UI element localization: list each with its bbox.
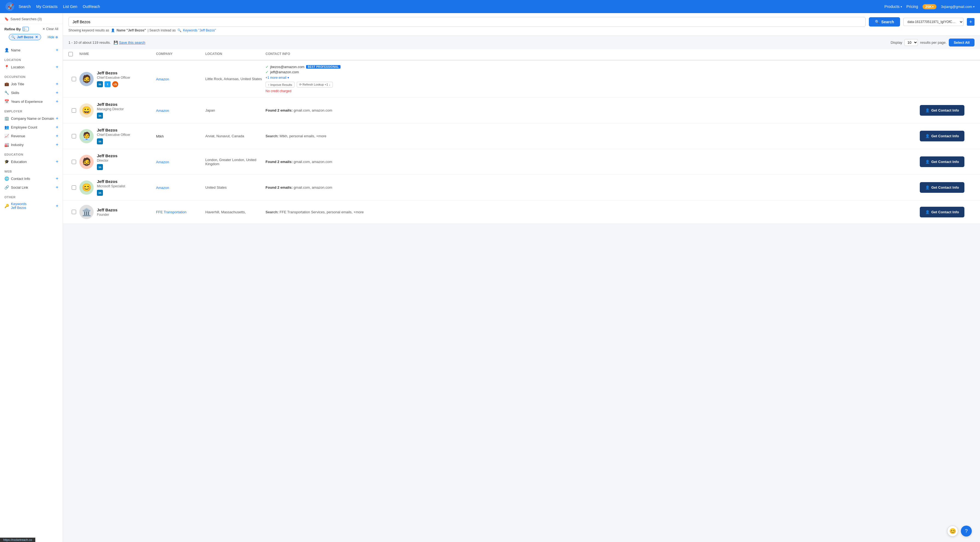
linkedin-icon[interactable]: in (97, 113, 103, 119)
person-cell: 😀 Jeff Bezos Managing Director in (80, 102, 156, 119)
select-all-button[interactable]: Select All (949, 38, 975, 46)
sidebar-item-social-link[interactable]: 🔗 Social Link + (0, 183, 63, 192)
add-years-exp-filter[interactable]: + (56, 99, 58, 104)
header-location: Location (205, 52, 266, 57)
status-bar: https://rocketreach.co (0, 537, 35, 542)
improve-results-button[interactable]: ↑ Improve Results (266, 82, 294, 87)
location-icon: 📍 (5, 65, 9, 69)
get-contact-info-button[interactable]: 👤 Get Contact Info (920, 157, 964, 167)
add-industry-filter[interactable]: + (56, 142, 58, 147)
contact-cell: Found 2 emails: gmail.com, amazon.com (266, 160, 920, 164)
clear-all-button[interactable]: ✕ Clear All (43, 27, 58, 31)
add-skills-filter[interactable]: + (56, 90, 58, 95)
svg-text:🚀: 🚀 (8, 3, 14, 10)
company-link[interactable]: Amazon (156, 160, 169, 164)
get-contact-info-button[interactable]: 👤 Get Contact Info (920, 105, 964, 116)
sidebar-item-name[interactable]: 👤 Name + (0, 46, 63, 54)
sidebar-item-contact-info[interactable]: 🌐 Contact Info + (0, 174, 63, 183)
sidebar-item-education[interactable]: 🎓 Education + (0, 157, 63, 166)
company-link[interactable]: Amazon (156, 186, 169, 190)
add-social-link-filter[interactable]: + (56, 185, 58, 190)
add-job-title-filter[interactable]: + (56, 81, 58, 86)
sidebar-item-company[interactable]: 🏢 Company Name or Domain + (0, 114, 63, 123)
select-all-checkbox[interactable] (68, 52, 73, 56)
nav-list-gen[interactable]: List Gen (63, 5, 77, 9)
help-button[interactable]: ? (961, 526, 972, 537)
add-company-filter[interactable]: + (56, 116, 58, 121)
nav-outreach[interactable]: OutReach (83, 5, 100, 9)
person-info: Jeff Bezos Director in (97, 154, 118, 170)
row-checkbox-cell (68, 160, 80, 164)
contact-cell: Found 2 emails: gmail.com, amazon.com (266, 185, 920, 190)
csv-add-button[interactable]: + (967, 18, 975, 26)
linkedin-icon[interactable]: in (97, 164, 103, 170)
add-employee-count-filter[interactable]: + (56, 125, 58, 130)
add-location-filter[interactable]: + (56, 65, 58, 70)
sidebar-item-keywords[interactable]: 🔑 Keywords Jeff Bezos + (0, 200, 63, 212)
sidebar-item-skills[interactable]: 🔧 Skills + (0, 88, 63, 97)
linkedin-icon[interactable]: in (97, 190, 103, 196)
hide-button[interactable]: Hide ⊕ (48, 35, 58, 39)
csv-select[interactable]: data-1613770511971_IgIYOfC.csv 2 (904, 18, 964, 26)
main-content: 🔍 Search data-1613770511971_IgIYOfC.csv … (63, 13, 980, 542)
get-contact-info-button[interactable]: 👤 Get Contact Info (920, 131, 964, 141)
products-menu[interactable]: Products ▾ (885, 5, 902, 9)
remove-filter-button[interactable]: ✕ (35, 35, 38, 39)
add-revenue-filter[interactable]: + (56, 133, 58, 138)
sidebar-item-industry[interactable]: 🏭 Industry + (0, 140, 63, 149)
nav-my-contacts[interactable]: My Contacts (36, 5, 57, 9)
row-checkbox[interactable] (72, 210, 76, 214)
search-icon: 🔍 (875, 20, 880, 24)
found-emails-text: Found 2 emails: gmail.com, amazon.com (266, 108, 920, 113)
factory-icon: 🏭 (5, 143, 9, 147)
sidebar-item-revenue[interactable]: 📈 Revenue + (0, 132, 63, 140)
person-cell: 🧔 Jeff Bezos Director in (80, 154, 156, 170)
search-input[interactable] (68, 17, 865, 27)
save-search-link[interactable]: 💾 Save this search (114, 40, 145, 44)
add-name-filter[interactable]: + (56, 48, 58, 52)
sidebar-item-employee-count[interactable]: 👥 Employee Count + (0, 123, 63, 132)
get-contact-info-button[interactable]: 👤 Get Contact Info (920, 207, 964, 217)
logo-icon[interactable]: 🚀 (5, 2, 14, 11)
keywords-link[interactable]: Keywords "Jeff Bezos" (183, 29, 216, 32)
user-menu[interactable]: 3xjiang@gmail.com ▾ (941, 5, 975, 9)
nav-search[interactable]: Search (19, 5, 31, 9)
search-button[interactable]: 🔍 Search (869, 17, 900, 27)
location-header: LOCATION (0, 57, 63, 63)
saved-searches[interactable]: 🔖 Saved Searches (3) (0, 13, 63, 24)
results-header: 1 - 10 of about 119 results. 💾 Save this… (63, 36, 980, 49)
row-checkbox[interactable] (72, 185, 76, 190)
credits-badge[interactable]: 25K+ (923, 4, 937, 9)
email-text: jbezos@amazon.com (270, 65, 304, 69)
add-contact-info-filter[interactable]: + (56, 176, 58, 181)
header-checkbox-cell (68, 52, 80, 57)
avatar: 😀 (80, 103, 94, 117)
linkedin-icon[interactable]: in (97, 81, 103, 87)
row-checkbox[interactable] (72, 134, 76, 138)
emoji-feedback-button[interactable]: 😊 (947, 526, 958, 537)
add-education-filter[interactable]: + (56, 159, 58, 164)
pricing-link[interactable]: Pricing (906, 5, 918, 9)
sidebar-item-years-exp[interactable]: 📅 Years of Experience + (0, 97, 63, 106)
active-filter-jeff-bezos[interactable]: 🔍 Jeff Bezos ✕ (9, 34, 41, 40)
linkedin-icon[interactable]: in (97, 138, 103, 144)
display-per-page-select[interactable]: 102550 (904, 39, 918, 46)
sidebar-item-location[interactable]: 📍 Location + (0, 63, 63, 71)
twitter-icon[interactable]: t (105, 81, 111, 87)
company-link[interactable]: FFE Transportation (156, 210, 186, 214)
get-contact-info-button[interactable]: 👤 Get Contact Info (920, 182, 964, 193)
action-cell: 👤 Get Contact Info (920, 131, 975, 141)
company-link[interactable]: Amazon (156, 109, 169, 113)
crunchbase-icon[interactable]: cb (112, 81, 118, 87)
add-keywords-filter[interactable]: + (56, 203, 58, 208)
table-row: 😊 Jeff Bezos Microsoft Specialist in Ama… (63, 175, 980, 200)
sidebar-item-job-title[interactable]: 💼 Job Title + (0, 79, 63, 88)
row-checkbox-cell (68, 108, 80, 113)
company-link[interactable]: Amazon (156, 77, 169, 81)
row-checkbox-cell (68, 185, 80, 190)
row-checkbox[interactable] (72, 77, 76, 81)
row-checkbox[interactable] (72, 160, 76, 164)
email-more-link[interactable]: +1 more email ▾ (266, 76, 289, 79)
refresh-lookup-button[interactable]: ⟳ Refresh Lookup +1 ↓ (297, 82, 333, 87)
row-checkbox[interactable] (72, 108, 76, 113)
